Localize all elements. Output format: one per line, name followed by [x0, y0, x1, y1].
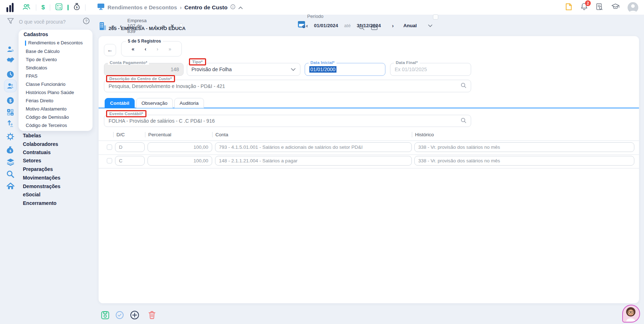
handshake-icon[interactable] [6, 57, 14, 64]
menu-section-colaboradores[interactable]: Colaboradores [23, 141, 58, 147]
descricao-centro-custo-label: Descrição do Centro de Custo* [106, 75, 175, 82]
data-inicial-input[interactable]: Data Inicial* 01/01/2000 [305, 63, 385, 76]
menu-item-fpas[interactable]: FPAS [26, 73, 38, 79]
menu-item-codigo-de-terceiros[interactable]: Código de Terceiros [26, 123, 67, 128]
confirm-button[interactable] [115, 311, 124, 321]
period-checkbox[interactable] [433, 14, 438, 20]
people-section-icon[interactable] [6, 82, 14, 90]
descricao-centro-custo-value: Pesquisa, Desenvolvimento e Inovação - P… [109, 83, 225, 89]
menu-section-tabelas[interactable]: Tabelas [23, 133, 41, 138]
home-icon[interactable] [6, 182, 14, 190]
period-mode-chevron-icon[interactable] [428, 22, 433, 29]
tab-auditoria[interactable]: Auditoria [174, 98, 204, 108]
gear-icon[interactable] [6, 133, 14, 141]
row-2-dc-input[interactable]: C [115, 156, 145, 166]
evento-contabil-search-icon[interactable] [461, 118, 466, 124]
record-prev-button[interactable]: ‹ [145, 46, 146, 52]
user-avatar[interactable] [628, 2, 638, 13]
menu-section-encerramento[interactable]: Encerramento [23, 200, 56, 206]
people-module-icon[interactable] [22, 3, 31, 12]
row-1-dc-input[interactable]: D [115, 142, 145, 152]
descricao-search-icon[interactable] [461, 83, 466, 89]
finance-module-icon[interactable]: $ [41, 4, 45, 11]
menu-item-ferias-direito[interactable]: Férias Direito [26, 98, 53, 103]
period-prev-button[interactable]: ‹ [306, 23, 308, 29]
data-inicial-value[interactable]: 01/01/2000 [309, 66, 336, 73]
app: $ $ Rendimentos e Descontos › Centro de … [0, 0, 644, 324]
menu-item-base-de-calculo[interactable]: Base de Cálculo [26, 49, 60, 54]
audit-log-icon[interactable] [596, 3, 603, 12]
row-2-checkbox[interactable] [107, 158, 112, 163]
period-start-date[interactable]: 01/01/2024 [314, 23, 338, 28]
notes-icon[interactable] [565, 3, 573, 12]
period-next-button[interactable]: › [392, 23, 394, 29]
collapse-chevron-icon[interactable] [238, 4, 243, 11]
tipo-value: Provisão de Folha [191, 67, 232, 72]
row-1-percentual-input[interactable]: 100,00 [148, 142, 212, 152]
menu-section-movimentacoes[interactable]: Movimentações [23, 175, 60, 181]
calculator-module-icon[interactable] [55, 3, 63, 12]
record-next-button[interactable]: › [156, 46, 158, 52]
help-icon[interactable]: ? [83, 18, 90, 26]
search-input[interactable]: O que você procura? [19, 19, 78, 25]
conta-pagamento-value: 148 [171, 67, 179, 72]
evento-contabil-input[interactable]: Evento Contábil* FOLHA - Provisão de sal… [104, 115, 471, 127]
menu-item-classe-funcionario[interactable]: Classe Funcionário [26, 82, 65, 87]
conta-pagamento-field: Conta Pagamento* 148 [104, 63, 184, 76]
company-name[interactable]: 265 - EMPRESA - MAKRO EDUCA [109, 26, 186, 31]
menu-group-cadastros[interactable]: Cadastros [24, 31, 48, 37]
descricao-centro-custo-input[interactable]: Descrição do Centro de Custo* Pesquisa, … [104, 80, 471, 92]
row-1-historico-input[interactable]: 338 - Vr. provisão dos salários no mês [414, 142, 634, 152]
row-2-percentual-input[interactable]: 100,00 [148, 156, 212, 166]
breadcrumb-separator: › [180, 5, 182, 10]
row-1-conta-input[interactable]: 793 - 4.1.5.01.001 - Salários e adiciona… [215, 142, 412, 152]
info-icon[interactable]: i [230, 4, 235, 11]
search-section-icon[interactable] [6, 170, 14, 178]
delete-button[interactable] [148, 311, 156, 321]
menu-section-setores[interactable]: Setores [23, 158, 41, 163]
menu-section-contratuais[interactable]: Contratuais [23, 149, 51, 155]
period-until-label: até [344, 23, 351, 28]
menu-item-motivo-afastamento[interactable]: Motivo Afastamento [26, 106, 66, 112]
period-mode-select[interactable]: Anual [403, 23, 417, 28]
record-last-button[interactable]: » [169, 46, 171, 52]
row-2-historico-input[interactable]: 338 - Vr. provisão dos salários no mês [414, 156, 634, 166]
app-logo-icon[interactable] [6, 3, 14, 12]
money-bag-icon[interactable]: $ [6, 146, 14, 154]
layers-icon[interactable] [6, 158, 14, 166]
column-header-conta: Conta [212, 132, 228, 137]
tab-observacao[interactable]: Observação [136, 98, 173, 108]
add-button[interactable] [130, 310, 139, 321]
period-end-date[interactable]: 31/12/2024 [357, 23, 381, 28]
menu-section-demonstracoes[interactable]: Demonstrações [23, 183, 60, 189]
tipo-select[interactable]: Tipo* Provisão de Folha [187, 63, 300, 76]
tipo-chevron-down-icon[interactable] [291, 67, 296, 72]
data-final-input[interactable]: Data Final* Ex 01/10/2025 [390, 63, 471, 76]
clock-icon[interactable] [6, 70, 14, 78]
calculator-icon[interactable] [6, 108, 14, 116]
menu-item-rendimentos-e-descontos[interactable]: Rendimentos e Descontos [28, 40, 83, 45]
menu-item-historicos-plano-saude[interactable]: Históricos Plano Saúde [26, 90, 74, 95]
notifications-bell-icon[interactable]: 2 [580, 3, 588, 12]
person-settings-icon[interactable] [6, 45, 14, 53]
record-first-button[interactable]: « [131, 46, 134, 52]
support-chat-avatar[interactable] [622, 305, 640, 323]
row-2-conta-input[interactable]: 148 - 2.1.1.21.004 - Salários a pagar [215, 156, 412, 166]
notifications-badge: 2 [585, 0, 591, 6]
svg-text:$: $ [76, 6, 78, 9]
tab-bar: Contábil Observação Auditoria [105, 98, 204, 108]
money-bag-module-icon[interactable]: $ [74, 3, 80, 12]
menu-section-preparacoes[interactable]: Preparações [23, 166, 53, 172]
person-promotion-icon[interactable] [6, 120, 14, 128]
breadcrumb-section[interactable]: Rendimentos e Descontos [108, 4, 177, 11]
menu-item-sindicatos[interactable]: Sindicatos [26, 65, 47, 70]
menu-item-codigo-de-demissao[interactable]: Código de Demissão [26, 114, 69, 120]
training-cap-icon[interactable] [611, 3, 620, 12]
row-1-checkbox[interactable] [107, 144, 112, 150]
tab-contabil[interactable]: Contábil [105, 98, 135, 108]
back-button[interactable]: ← [104, 44, 116, 56]
menu-item-tipo-de-evento[interactable]: Tipo de Evento [26, 57, 57, 62]
save-button[interactable] [101, 311, 109, 321]
menu-section-esocial[interactable]: eSocial [23, 192, 40, 197]
dollar-circle-icon[interactable]: $ [6, 97, 14, 104]
